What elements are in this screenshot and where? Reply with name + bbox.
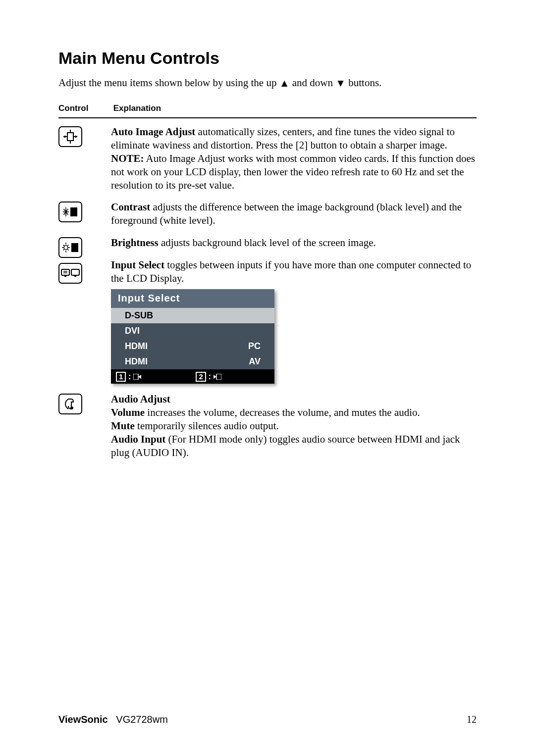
osd-title: Input Select xyxy=(111,289,274,308)
osd-row-dvi[interactable]: DVI xyxy=(111,323,274,339)
svg-point-12 xyxy=(64,246,68,250)
auto-image-note: NOTE: Auto Image Adjust works with most … xyxy=(111,152,477,192)
svg-point-32 xyxy=(70,406,73,409)
audio-input: Audio Input (For HDMI mode only) toggles… xyxy=(111,433,477,459)
svg-line-17 xyxy=(63,245,65,247)
svg-marker-29 xyxy=(138,375,141,379)
table-header: Control Explanation xyxy=(58,103,477,118)
volume-text: increases the volume, decreases the volu… xyxy=(145,406,420,418)
contrast-desc: Contrast adjusts the difference between … xyxy=(111,201,477,227)
footer-brand-bold: ViewSonic xyxy=(58,714,108,725)
audio-volume: Volume increases the volume, decreases t… xyxy=(111,406,477,419)
osd-row-hdmi-pc[interactable]: HDMI PC xyxy=(111,339,274,354)
osd-footer-1: 1 : xyxy=(116,371,141,382)
svg-rect-22 xyxy=(61,269,69,275)
footer-brand: ViewSonic VG2728wm xyxy=(58,714,168,725)
svg-rect-26 xyxy=(71,269,79,275)
page-title: Main Menu Controls xyxy=(58,49,477,68)
osd-label: DVI xyxy=(125,325,140,337)
row-audio: Audio Adjust Volume increases the volume… xyxy=(58,393,477,459)
num-2-icon: 2 xyxy=(196,372,206,382)
intro-post: buttons. xyxy=(346,77,381,89)
intro-text: Adjust the menu items shown below by usi… xyxy=(58,77,477,90)
osd-footer: 1 : 2 : xyxy=(111,369,274,384)
contrast-text: adjusts the difference between the image… xyxy=(111,201,462,226)
intro-mid: and down xyxy=(289,77,335,89)
audio-title: Audio Adjust xyxy=(111,393,170,405)
osd-label: HDMI xyxy=(125,356,148,367)
footer-model: VG2728wm xyxy=(116,714,168,725)
input-select-bold: Input Select xyxy=(111,259,164,271)
svg-rect-30 xyxy=(216,374,221,380)
input-select-text: toggles between inputs if you have more … xyxy=(111,259,471,284)
osd-row-dsub[interactable]: D-SUB xyxy=(111,308,274,323)
brightness-bold: Brightness xyxy=(111,237,159,249)
footer-page: 12 xyxy=(467,714,477,725)
input-select-icon xyxy=(58,263,82,284)
down-arrow-icon: ▼ xyxy=(335,77,346,90)
auto-image-desc: Auto Image Adjust automatically sizes, c… xyxy=(111,125,477,152)
note-text: Auto Image Adjust works with most common… xyxy=(111,152,475,191)
osd-footer-2: 2 : xyxy=(196,371,221,382)
auto-image-bold: Auto Image Adjust xyxy=(111,126,195,138)
audio-mute: Mute temporarily silences audio output. xyxy=(111,419,477,433)
intro-pre: Adjust the menu items shown below by usi… xyxy=(58,77,279,89)
mute-text: temporarily silences audio output. xyxy=(135,420,279,432)
contrast-icon xyxy=(58,202,82,222)
svg-line-20 xyxy=(63,249,65,251)
osd-label: D-SUB xyxy=(125,310,153,321)
row-auto-image: Auto Image Adjust automatically sizes, c… xyxy=(58,125,477,192)
osd-right: PC xyxy=(248,341,261,352)
header-explanation: Explanation xyxy=(113,103,161,113)
osd-row-hdmi-av[interactable]: HDMI AV xyxy=(111,354,274,369)
svg-rect-27 xyxy=(74,275,76,277)
auto-image-icon xyxy=(58,126,82,147)
page-footer: ViewSonic VG2728wm 12 xyxy=(58,714,477,725)
svg-rect-0 xyxy=(67,133,73,141)
contrast-bold: Contrast xyxy=(111,201,150,213)
svg-marker-31 xyxy=(214,375,216,379)
osd-label: HDMI xyxy=(125,341,148,352)
volume-bold: Volume xyxy=(111,406,145,418)
svg-line-18 xyxy=(67,249,69,251)
svg-marker-6 xyxy=(75,135,77,138)
svg-rect-21 xyxy=(71,243,78,252)
mute-bold: Mute xyxy=(111,420,135,432)
svg-line-19 xyxy=(67,245,69,247)
osd-right: AV xyxy=(249,356,261,367)
header-control: Control xyxy=(58,103,111,113)
audio-icon xyxy=(58,394,82,414)
row-contrast: Contrast adjusts the difference between … xyxy=(58,201,477,227)
row-brightness-input: Brightness adjusts background black leve… xyxy=(58,236,477,384)
svg-marker-5 xyxy=(63,135,65,138)
note-label: NOTE: xyxy=(111,152,144,164)
brightness-desc: Brightness adjusts background black leve… xyxy=(111,236,477,250)
brightness-text: adjusts background black level of the sc… xyxy=(159,237,376,249)
input-select-desc: Input Select toggles between inputs if y… xyxy=(111,258,477,285)
num-1-icon: 1 xyxy=(116,372,126,382)
svg-rect-28 xyxy=(133,374,138,380)
svg-rect-11 xyxy=(70,207,77,216)
brightness-icon xyxy=(58,237,82,258)
svg-rect-25 xyxy=(64,275,66,277)
audio-input-bold: Audio Input xyxy=(111,433,165,445)
osd-panel: Input Select D-SUB DVI HDMI PC HDMI AV xyxy=(111,289,274,384)
up-arrow-icon: ▲ xyxy=(279,77,290,90)
